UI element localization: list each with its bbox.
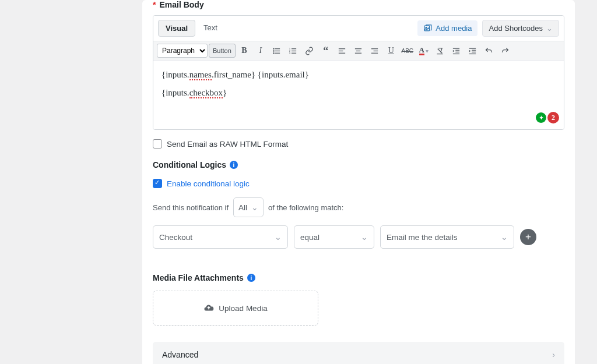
numbered-list-btn[interactable]: 123 xyxy=(286,44,301,58)
proofing-badges: ✦ 2 xyxy=(536,112,559,123)
raw-html-label[interactable]: Send Email as RAW HTML Format xyxy=(167,140,288,149)
chevron-right-icon: › xyxy=(552,350,555,359)
insert-button-btn[interactable]: Button xyxy=(209,44,236,58)
svg-rect-23 xyxy=(453,48,459,48)
required-star: * xyxy=(153,0,156,9)
svg-rect-13 xyxy=(292,52,296,53)
text-color-btn[interactable]: A ▾ xyxy=(416,44,431,58)
upload-media-label: Upload Media xyxy=(219,304,267,313)
editor-topbar: Visual Text Add media Add Shortcodes ⌄ xyxy=(153,16,564,41)
svg-rect-18 xyxy=(356,50,361,51)
svg-rect-26 xyxy=(453,53,459,54)
svg-rect-16 xyxy=(339,52,345,53)
svg-rect-7 xyxy=(275,52,280,53)
svg-rect-3 xyxy=(275,48,280,49)
editor-tabs: Visual Text xyxy=(158,20,224,37)
raw-html-row: Send Email as RAW HTML Format xyxy=(153,139,564,149)
editor-content[interactable]: {inputs.names.first_name} {inputs.email}… xyxy=(153,61,564,129)
chevron-down-icon: ▾ xyxy=(426,48,429,54)
cloud-upload-icon xyxy=(203,303,214,313)
svg-rect-14 xyxy=(339,48,345,49)
svg-rect-19 xyxy=(355,52,361,53)
add-shortcodes-button[interactable]: Add Shortcodes ⌄ xyxy=(482,20,559,37)
align-right-btn[interactable] xyxy=(367,44,382,58)
logic-operator-select[interactable]: equal⌄ xyxy=(294,225,374,249)
logic-value-select[interactable]: Email me the details⌄ xyxy=(380,225,514,249)
svg-rect-27 xyxy=(469,48,476,48)
add-media-label: Add media xyxy=(436,24,472,33)
indent-btn[interactable] xyxy=(465,44,480,58)
enable-conditional-checkbox[interactable] xyxy=(153,179,162,188)
raw-html-checkbox[interactable] xyxy=(153,139,162,149)
grammarly-icon[interactable]: ✦ xyxy=(536,112,546,123)
email-body-label-text: Email Body xyxy=(159,0,203,9)
editor-container: Visual Text Add media Add Shortcodes ⌄ P… xyxy=(153,15,564,130)
svg-point-1 xyxy=(426,27,427,28)
redo-btn[interactable] xyxy=(498,44,513,58)
svg-rect-5 xyxy=(275,50,280,51)
chevron-down-icon: ⌄ xyxy=(361,232,368,242)
bold-btn[interactable]: B xyxy=(237,44,252,58)
logic-rule-row: Checkout⌄ equal⌄ Email me the details⌄ + xyxy=(153,225,564,249)
enable-conditional-label[interactable]: Enable conditional logic xyxy=(167,179,250,188)
svg-text:3: 3 xyxy=(289,51,291,54)
blockquote-btn[interactable]: “ xyxy=(318,44,333,58)
clear-format-btn[interactable] xyxy=(433,44,448,58)
conditional-logics-heading: Conditional Logics i xyxy=(153,160,564,169)
logic-field-select[interactable]: Checkout⌄ xyxy=(153,225,288,249)
enable-conditional-row: Enable conditional logic xyxy=(153,179,564,188)
svg-point-4 xyxy=(273,50,275,52)
align-center-btn[interactable] xyxy=(351,44,366,58)
svg-rect-22 xyxy=(371,52,378,53)
info-icon[interactable]: i xyxy=(230,161,238,169)
svg-rect-20 xyxy=(371,48,378,49)
tab-visual[interactable]: Visual xyxy=(158,20,195,37)
add-shortcodes-label: Add Shortcodes xyxy=(489,24,543,33)
chevron-down-icon: ⌄ xyxy=(275,232,282,242)
svg-point-6 xyxy=(273,52,275,54)
svg-rect-30 xyxy=(469,53,476,54)
strikethrough-btn[interactable]: ABC xyxy=(400,44,415,58)
svg-rect-29 xyxy=(472,51,476,52)
svg-rect-21 xyxy=(374,50,378,51)
info-icon[interactable]: i xyxy=(247,274,255,282)
svg-point-2 xyxy=(273,48,275,50)
bullet-list-btn[interactable] xyxy=(269,44,285,58)
editor-toolbar: Paragraph Button B I 123 “ U ABC A ▾ xyxy=(153,41,564,61)
svg-rect-11 xyxy=(292,50,296,51)
tab-text[interactable]: Text xyxy=(196,20,224,37)
logic-text-before: Send this notification if xyxy=(153,203,229,212)
chevron-down-icon: ⌄ xyxy=(546,24,553,33)
advanced-label: Advanced xyxy=(162,350,198,359)
advanced-accordion[interactable]: Advanced › xyxy=(153,342,564,364)
chevron-down-icon: ⌄ xyxy=(501,232,508,242)
chevron-down-icon: ⌄ xyxy=(251,203,258,212)
upload-media-button[interactable]: Upload Media xyxy=(153,291,318,326)
media-icon xyxy=(423,24,432,33)
outdent-btn[interactable] xyxy=(449,44,464,58)
svg-rect-24 xyxy=(456,50,460,50)
format-select[interactable]: Paragraph xyxy=(157,44,208,58)
svg-rect-15 xyxy=(339,50,343,51)
link-btn[interactable] xyxy=(302,44,317,58)
svg-rect-25 xyxy=(456,51,460,52)
italic-btn[interactable]: I xyxy=(253,44,268,58)
match-mode-select[interactable]: All ⌄ xyxy=(233,197,264,217)
editor-line: {inputs.checkbox} xyxy=(161,88,556,98)
editor-line: {inputs.names.first_name} {inputs.email} xyxy=(161,70,556,80)
logic-sentence: Send this notification if All ⌄ of the f… xyxy=(153,197,564,217)
svg-rect-28 xyxy=(472,50,476,50)
add-rule-button[interactable]: + xyxy=(520,229,536,245)
error-count-badge[interactable]: 2 xyxy=(547,112,559,123)
attachments-heading: Media File Attachments i xyxy=(153,273,564,282)
align-left-btn[interactable] xyxy=(335,44,350,58)
undo-btn[interactable] xyxy=(482,44,497,58)
underline-btn[interactable]: U xyxy=(384,44,399,58)
svg-rect-9 xyxy=(292,48,296,49)
add-media-button[interactable]: Add media xyxy=(417,20,477,36)
logic-text-after: of the following match: xyxy=(268,203,343,212)
email-body-label: * Email Body xyxy=(153,0,564,9)
svg-rect-17 xyxy=(355,48,361,49)
